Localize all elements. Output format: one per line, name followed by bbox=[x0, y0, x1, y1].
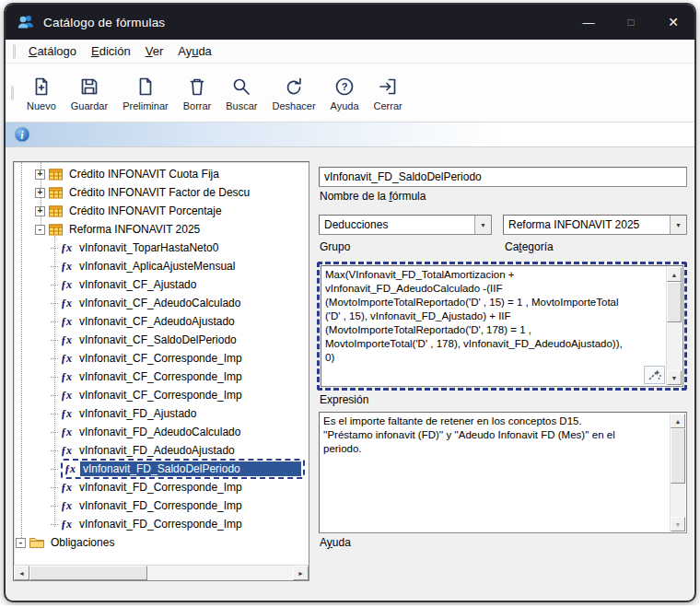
fx-icon: ƒx bbox=[61, 481, 72, 495]
tree-connector bbox=[51, 524, 58, 525]
scroll-thumb[interactable] bbox=[29, 566, 147, 580]
fx-icon: ƒx bbox=[61, 389, 72, 403]
toolbar-button-cerrar[interactable]: Cerrar bbox=[367, 70, 410, 116]
toolbar-button-ayuda[interactable]: ? Ayuda bbox=[323, 70, 367, 116]
dropdown-arrow-icon[interactable]: ▼ bbox=[474, 216, 491, 234]
fx-icon: ƒx bbox=[61, 352, 72, 366]
expression-text[interactable]: Max(VInfonavit_FD_TotalAmortizacion + vI… bbox=[321, 266, 666, 386]
tree-item-formula[interactable]: ƒx vInfonavit_FD_AdeudoAjustado bbox=[14, 441, 309, 460]
tree-item-formula[interactable]: ƒx vInfonavit_FD_Ajustado bbox=[14, 404, 309, 423]
collapse-toggle[interactable]: - bbox=[16, 538, 26, 548]
toolbar-button-preliminar[interactable]: Preliminar bbox=[115, 70, 176, 116]
search-icon bbox=[230, 75, 252, 99]
scroll-thumb[interactable] bbox=[671, 428, 685, 484]
expression-builder-button[interactable] bbox=[644, 366, 665, 384]
tree-item-formula[interactable]: ƒx vInfonavit_CF_Ajustado bbox=[14, 275, 309, 294]
tree-item-formula[interactable]: ƒx vInfonavit_CF_Corresponde_Imp bbox=[14, 368, 309, 386]
categoria-select[interactable]: Reforma INFONAVIT 2025 ▼ bbox=[503, 215, 687, 235]
tree-item-formula[interactable]: ƒx vInfonavit_AplicaAjusteMensual bbox=[14, 257, 309, 275]
tree-item-formula[interactable]: ƒx vInfonavit_CF_SaldoDelPeriodo bbox=[14, 331, 309, 349]
fx-icon: ƒx bbox=[61, 241, 72, 255]
scroll-thumb[interactable] bbox=[667, 282, 682, 322]
formula-table-icon bbox=[49, 187, 63, 199]
tree-item-formula[interactable]: ƒx vInfonavit_FD_Corresponde_Imp bbox=[14, 515, 309, 533]
formula-catalog-window: Catálogo de fórmulas — □ ✕ Catálogo Edic… bbox=[4, 3, 696, 602]
fx-icon: ƒx bbox=[61, 407, 72, 421]
tree-item-formula[interactable]: ƒx vInfonavit_CF_AdeudoCalculado bbox=[14, 294, 309, 312]
menu-edicion[interactable]: Edición bbox=[84, 41, 138, 61]
scroll-left-button[interactable]: ◄ bbox=[14, 566, 29, 580]
scroll-down-button[interactable]: ▼ bbox=[671, 517, 685, 531]
tree-connector bbox=[51, 358, 58, 359]
tree-item-category[interactable]: - Reforma INFONAVIT 2025 bbox=[14, 220, 309, 239]
toolbar-button-guardar[interactable]: Guardar bbox=[64, 70, 115, 116]
menu-catalogo[interactable]: Catálogo bbox=[21, 41, 84, 61]
scroll-right-button[interactable]: ► bbox=[293, 566, 309, 580]
toolbar-grip bbox=[13, 44, 16, 59]
toolbar-button-buscar[interactable]: Buscar bbox=[218, 70, 264, 116]
tree-connector bbox=[51, 321, 58, 322]
formula-name-input[interactable] bbox=[319, 167, 687, 187]
tree-item-formula[interactable]: ƒx vInfonavit_CF_Corresponde_Imp bbox=[14, 386, 309, 404]
window-controls: — □ ✕ bbox=[567, 5, 694, 40]
grupo-select[interactable]: Deducciones ▼ bbox=[319, 215, 492, 235]
tree-item-formula-selected[interactable]: ƒx vInfonavit_FD_SaldoDelPeriodo bbox=[14, 460, 309, 478]
tree-connector bbox=[51, 395, 58, 396]
toolbar-button-borrar[interactable]: Borrar bbox=[176, 70, 219, 116]
tree-item-formula[interactable]: ƒx vInfonavit_CF_AdeudoAjustado bbox=[14, 312, 309, 331]
menu-ver[interactable]: Ver bbox=[138, 41, 171, 61]
formula-tree-panel: + Crédito INFONAVIT Cuota Fija + Crédito… bbox=[13, 161, 309, 581]
scrollbar-vertical[interactable]: ▲ ▼ bbox=[670, 414, 685, 531]
tree-connector bbox=[51, 303, 58, 304]
tree-item-category[interactable]: + Crédito INFONAVIT Factor de Descu bbox=[14, 183, 309, 202]
help-editor[interactable]: Es el importe faltante de retener en los… bbox=[319, 412, 687, 533]
info-icon: i bbox=[14, 126, 30, 143]
tree-item-folder[interactable]: - Obligaciones bbox=[14, 533, 309, 552]
minimize-button[interactable]: — bbox=[567, 5, 610, 40]
expression-label: Expresión bbox=[320, 393, 686, 406]
scroll-up-button[interactable]: ▲ bbox=[671, 414, 685, 428]
toolbar-button-deshacer[interactable]: Deshacer bbox=[264, 70, 322, 116]
collapse-toggle[interactable]: - bbox=[35, 225, 45, 235]
tree-connector bbox=[51, 248, 58, 249]
tree-item-formula[interactable]: ƒx vInfonavit_ToparHastaNeto0 bbox=[14, 239, 309, 257]
horizontal-scrollbar[interactable]: ◄ ► bbox=[14, 565, 309, 580]
scrollbar-vertical[interactable]: ▲ ▼ bbox=[666, 267, 682, 385]
tree-item-formula[interactable]: ƒx vInfonavit_CF_Corresponde_Imp bbox=[14, 349, 309, 368]
expand-toggle[interactable]: + bbox=[35, 169, 45, 180]
tree-item-formula[interactable]: ƒx vInfonavit_FD_Corresponde_Imp bbox=[14, 478, 309, 496]
dropdown-arrow-icon[interactable]: ▼ bbox=[670, 216, 686, 234]
formula-table-icon bbox=[49, 224, 63, 236]
fx-icon: ƒx bbox=[61, 426, 72, 439]
fx-icon: ƒx bbox=[61, 444, 72, 458]
fx-icon: ƒx bbox=[61, 518, 72, 531]
tree-connector bbox=[51, 432, 58, 433]
exit-icon bbox=[377, 75, 399, 99]
expand-toggle[interactable]: + bbox=[35, 206, 45, 216]
formula-name-label: Nombre de la fórmula bbox=[320, 190, 686, 203]
fx-icon: ƒx bbox=[61, 333, 72, 347]
undo-icon bbox=[283, 75, 305, 99]
tree-connector bbox=[51, 506, 58, 507]
grupo-label: Grupo bbox=[320, 240, 493, 253]
tree-item-category[interactable]: + Crédito INFONAVIT Porcentaje bbox=[14, 202, 309, 220]
toolbar-button-nuevo[interactable]: Nuevo bbox=[19, 70, 64, 116]
expression-editor[interactable]: Max(VInfonavit_FD_TotalAmortizacion + vI… bbox=[321, 265, 683, 387]
maximize-button[interactable]: □ bbox=[610, 5, 652, 40]
scroll-up-button[interactable]: ▲ bbox=[667, 267, 682, 282]
toolbar-grip bbox=[11, 86, 14, 100]
tree-item-category[interactable]: + Crédito INFONAVIT Cuota Fija bbox=[14, 165, 309, 183]
menu-ayuda[interactable]: Ayuda bbox=[170, 41, 219, 61]
app-icon bbox=[17, 13, 35, 31]
expand-toggle[interactable]: + bbox=[35, 188, 45, 198]
tree-item-formula[interactable]: ƒx vInfonavit_FD_AdeudoCalculado bbox=[14, 423, 309, 441]
formula-table-icon bbox=[49, 205, 63, 217]
formula-form: Nombre de la fórmula Deducciones ▼ Refor… bbox=[319, 161, 687, 549]
help-text[interactable]: Es el importe faltante de retener en los… bbox=[320, 413, 670, 532]
toolbar: Nuevo Guardar Preliminar Borrar Buscar bbox=[6, 64, 694, 123]
tree-connector bbox=[51, 266, 58, 267]
scroll-down-button[interactable]: ▼ bbox=[667, 370, 682, 385]
tree-item-formula[interactable]: ƒx vInfonavit_FD_Corresponde_Imp bbox=[14, 496, 309, 515]
close-button[interactable]: ✕ bbox=[652, 5, 694, 40]
window-title: Catálogo de fórmulas bbox=[43, 16, 567, 29]
